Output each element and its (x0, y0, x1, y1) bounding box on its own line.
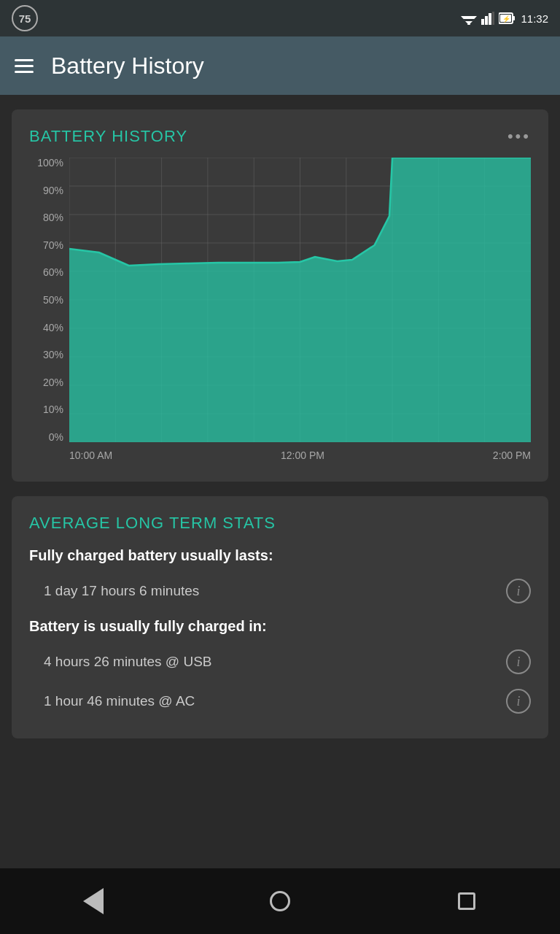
home-button[interactable] (262, 883, 298, 919)
stats-card-title: AVERAGE LONG TERM STATS (29, 514, 531, 533)
battery-level-badge: 75 (12, 5, 38, 31)
battery-history-card: BATTERY HISTORY ••• 0% 10% 20% 30% 40% 5… (12, 109, 548, 482)
signal-icon (481, 12, 494, 25)
bottom-navigation (0, 868, 560, 934)
stat-row-battery-lasts: 1 day 17 hours 6 minutes i (29, 571, 531, 611)
page-title: Battery History (51, 53, 204, 80)
x-axis: 10:00 AM 12:00 PM 2:00 PM (69, 445, 531, 467)
wifi-icon (461, 12, 477, 25)
svg-rect-5 (485, 16, 488, 25)
info-button-usb-charge[interactable]: i (506, 649, 531, 674)
menu-button[interactable] (15, 59, 34, 73)
y-label-30: 30% (29, 350, 69, 360)
recents-button[interactable] (448, 883, 485, 919)
battery-chart-container: 0% 10% 20% 30% 40% 50% 60% 70% 80% 90% 1… (29, 158, 531, 464)
y-label-90: 90% (29, 185, 69, 196)
more-options-button[interactable]: ••• (508, 127, 531, 146)
y-label-70: 70% (29, 240, 69, 250)
y-label-50: 50% (29, 295, 69, 305)
x-label-2pm: 2:00 PM (493, 449, 531, 467)
main-content: BATTERY HISTORY ••• 0% 10% 20% 30% 40% 5… (0, 95, 560, 868)
y-label-10: 10% (29, 404, 69, 414)
clock: 11:32 (521, 12, 548, 25)
y-label-40: 40% (29, 323, 69, 333)
stat-row-ac-charge: 1 hour 46 minutes @ AC i (29, 682, 531, 721)
ac-charge-value: 1 hour 46 minutes @ AC (44, 693, 506, 709)
status-icons: ⚡ (461, 12, 515, 25)
y-label-60: 60% (29, 267, 69, 277)
y-label-20: 20% (29, 377, 69, 387)
status-bar: 75 ⚡ 11:32 (0, 0, 560, 36)
app-bar: Battery History (0, 36, 560, 95)
back-icon (83, 888, 104, 914)
battery-charging-icon: ⚡ (499, 12, 515, 25)
x-label-10am: 10:00 AM (69, 449, 112, 467)
y-label-100: 100% (29, 158, 69, 168)
y-label-0: 0% (29, 432, 69, 442)
y-label-80: 80% (29, 212, 69, 223)
svg-rect-6 (489, 13, 491, 25)
battery-history-card-title: BATTERY HISTORY ••• (29, 127, 531, 146)
status-left: 75 (12, 5, 38, 31)
stat-group2-label: Battery is usually fully charged in: (29, 618, 531, 635)
info-button-ac-charge[interactable]: i (506, 689, 531, 714)
stat-group1-label: Fully charged battery usually lasts: (29, 547, 531, 564)
battery-lasts-value: 1 day 17 hours 6 minutes (44, 583, 506, 599)
home-icon (270, 891, 290, 911)
status-right: ⚡ 11:32 (461, 12, 548, 25)
svg-text:⚡: ⚡ (502, 15, 511, 23)
stat-row-usb-charge: 4 hours 26 minutes @ USB i (29, 642, 531, 682)
usb-charge-value: 4 hours 26 minutes @ USB (44, 654, 506, 670)
svg-rect-4 (481, 19, 484, 25)
x-label-12pm: 12:00 PM (281, 449, 324, 467)
chart-area: 10:00 AM 12:00 PM 2:00 PM (69, 158, 531, 464)
back-button[interactable] (75, 883, 112, 919)
svg-rect-7 (492, 12, 494, 25)
y-axis: 0% 10% 20% 30% 40% 50% 60% 70% 80% 90% 1… (29, 158, 69, 464)
stats-card: AVERAGE LONG TERM STATS Fully charged ba… (12, 496, 548, 738)
info-button-battery-lasts[interactable]: i (506, 579, 531, 603)
svg-rect-9 (513, 16, 515, 20)
battery-chart-svg (69, 158, 531, 442)
recents-icon (458, 892, 475, 910)
